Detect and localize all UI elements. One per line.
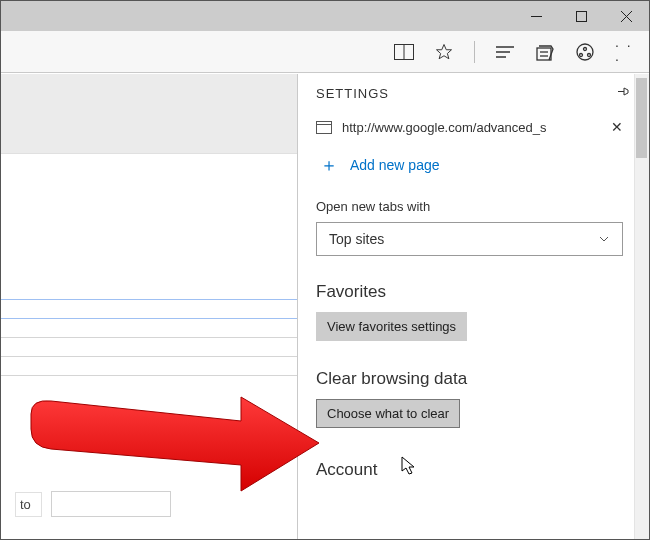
add-new-page-button[interactable]: ＋ Add new page bbox=[320, 153, 637, 177]
svg-rect-10 bbox=[537, 48, 551, 60]
favorite-star-icon[interactable] bbox=[434, 42, 454, 62]
settings-title: SETTINGS bbox=[316, 86, 389, 101]
svg-point-13 bbox=[577, 44, 593, 60]
settings-panel: SETTINGS http://www.google.com/advanced_… bbox=[297, 74, 649, 539]
svg-point-16 bbox=[588, 53, 591, 56]
clear-browsing-heading: Clear browsing data bbox=[316, 369, 637, 389]
svg-marker-6 bbox=[437, 44, 452, 58]
startup-page-row: http://www.google.com/advanced_s ✕ bbox=[316, 115, 637, 139]
chevron-down-icon bbox=[598, 233, 610, 245]
browser-toolbar: · · · bbox=[1, 31, 649, 73]
remove-page-icon[interactable]: ✕ bbox=[611, 119, 623, 135]
maximize-button[interactable] bbox=[559, 1, 604, 31]
to-label: to bbox=[15, 492, 42, 517]
share-icon[interactable] bbox=[575, 42, 595, 62]
open-tabs-value: Top sites bbox=[329, 231, 384, 247]
choose-what-to-clear-button[interactable]: Choose what to clear bbox=[316, 399, 460, 428]
reading-view-icon[interactable] bbox=[394, 42, 414, 62]
open-tabs-label: Open new tabs with bbox=[316, 199, 637, 214]
minimize-button[interactable] bbox=[514, 1, 559, 31]
svg-point-14 bbox=[584, 47, 587, 50]
view-favorites-settings-button[interactable]: View favorites settings bbox=[316, 312, 467, 341]
svg-rect-1 bbox=[577, 11, 587, 21]
more-icon[interactable]: · · · bbox=[615, 42, 635, 62]
page-content: to bbox=[1, 74, 297, 539]
scrollbar-thumb[interactable] bbox=[636, 78, 647, 158]
hub-icon[interactable] bbox=[495, 42, 515, 62]
startup-page-url: http://www.google.com/advanced_s bbox=[342, 120, 547, 135]
favorites-heading: Favorites bbox=[316, 282, 637, 302]
open-tabs-select[interactable]: Top sites bbox=[316, 222, 623, 256]
svg-point-15 bbox=[580, 53, 583, 56]
webnote-icon[interactable] bbox=[535, 42, 555, 62]
panel-scrollbar[interactable] bbox=[634, 74, 649, 539]
to-input[interactable] bbox=[51, 491, 171, 517]
toolbar-separator bbox=[474, 41, 475, 63]
window-titlebar bbox=[1, 1, 649, 31]
add-new-page-label: Add new page bbox=[350, 157, 440, 173]
page-icon bbox=[316, 121, 332, 134]
plus-icon: ＋ bbox=[320, 153, 338, 177]
pin-icon[interactable] bbox=[616, 84, 631, 103]
close-button[interactable] bbox=[604, 1, 649, 31]
account-heading: Account bbox=[316, 460, 637, 480]
